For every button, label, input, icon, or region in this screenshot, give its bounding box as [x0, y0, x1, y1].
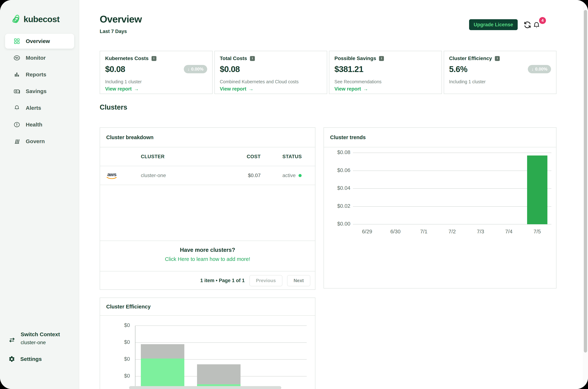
- info-icon[interactable]: i: [250, 56, 255, 61]
- cluster-status: active: [261, 173, 315, 178]
- add-clusters-promo: Have more clusters? Click Here to learn …: [100, 241, 315, 271]
- sidebar-item-alerts[interactable]: Alerts: [5, 100, 74, 115]
- govern-icon: [13, 138, 20, 145]
- sidebar-item-overview[interactable]: Overview: [5, 34, 74, 49]
- efficiency-bar-used: [141, 358, 184, 386]
- view-report-link[interactable]: View report→: [105, 86, 207, 92]
- arrow-down-icon: ↓: [187, 66, 190, 72]
- y-axis-tick: $0.04: [324, 185, 350, 191]
- cluster-efficiency-card: Cluster Efficiency $0$0$0$0: [100, 297, 315, 389]
- stat-label: Total Costs: [220, 56, 247, 61]
- next-page-button[interactable]: Next: [287, 275, 310, 286]
- info-icon[interactable]: i: [152, 56, 156, 61]
- refresh-icon[interactable]: [523, 21, 532, 29]
- pagination-summary: 1 item • Page 1 of 1: [200, 278, 245, 283]
- gridline: [353, 153, 551, 153]
- notifications-bell-icon[interactable]: [532, 21, 540, 29]
- view-report-link[interactable]: View report→: [220, 86, 322, 92]
- stat-label: Possible Savings: [335, 56, 376, 61]
- stat-subtext: Including 1 cluster: [105, 79, 207, 84]
- gridline: [353, 170, 551, 171]
- sidebar-item-savings[interactable]: Savings: [5, 84, 74, 99]
- kubecost-logo-icon: [12, 14, 21, 24]
- upgrade-license-button[interactable]: Upgrade License: [469, 19, 518, 30]
- scrollbar-thumb[interactable]: [584, 10, 587, 353]
- sidebar: kubecost Overview Mo: [0, 0, 79, 389]
- column-cost: COST: [214, 154, 261, 160]
- column-status: STATUS: [261, 154, 315, 160]
- efficiency-bar-total: [197, 364, 241, 386]
- column-cluster: CLUSTER: [141, 154, 214, 160]
- table-pagination: 1 item • Page 1 of 1 Previous Next: [100, 271, 315, 290]
- sidebar-item-govern[interactable]: Govern: [5, 134, 74, 149]
- y-axis-tick: $0: [100, 322, 130, 328]
- change-pill: ↓ 0.00%: [528, 65, 551, 73]
- grid-icon: [13, 38, 20, 45]
- stat-subtext: See Recommendations: [335, 79, 436, 84]
- table-empty-space: [100, 185, 315, 241]
- gridline: [353, 188, 551, 189]
- sidebar-item-health[interactable]: Health: [5, 117, 74, 132]
- sidebar-item-settings[interactable]: Settings: [8, 356, 42, 362]
- cluster-name: cluster-one: [141, 173, 214, 178]
- x-axis-tick: 6/29: [354, 228, 380, 235]
- cluster-trends-chart: $0.00$0.02$0.04$0.06$0.086/296/307/17/27…: [324, 148, 556, 288]
- aws-logo: aws: [106, 172, 118, 179]
- y-axis-tick: $0.02: [324, 203, 350, 209]
- y-axis-tick: $0: [100, 356, 130, 362]
- chart-horizontal-scrollbar: [129, 386, 281, 389]
- arrow-right-icon: →: [363, 86, 368, 92]
- gridline: [135, 325, 307, 326]
- cash-icon: [13, 88, 20, 95]
- x-axis-tick: 7/2: [440, 228, 465, 235]
- y-axis-tick: $0.00: [324, 221, 350, 227]
- sidebar-nav: Overview Monitor: [5, 34, 74, 151]
- stat-value: 5.6%: [449, 64, 468, 74]
- y-axis-line: [135, 326, 135, 389]
- gridline: [353, 224, 551, 225]
- card-title: Cluster Efficiency: [106, 304, 151, 310]
- info-icon[interactable]: i: [379, 56, 384, 61]
- clusters-heading: Clusters: [100, 103, 127, 111]
- stat-card-kubernetes-costs: Kubernetes Costs i $0.08 ↓ 0.00% Includi…: [100, 51, 213, 94]
- stat-label: Kubernetes Costs: [105, 56, 149, 61]
- change-pill: ↓ 0.00%: [184, 65, 207, 73]
- swap-arrows-icon: [8, 337, 16, 345]
- stat-label: Cluster Efficiency: [449, 56, 492, 61]
- info-icon[interactable]: i: [495, 56, 500, 61]
- stat-value: $381.21: [335, 64, 363, 74]
- arrow-right-icon: →: [249, 86, 253, 92]
- x-axis-tick: 7/3: [468, 228, 493, 235]
- add-clusters-link[interactable]: Click Here to learn how to add more!: [100, 256, 315, 262]
- kubecost-logo[interactable]: kubecost: [12, 14, 59, 24]
- trend-bar: [527, 156, 547, 224]
- x-axis-tick: 7/5: [525, 228, 550, 235]
- y-axis-tick: $0: [100, 339, 130, 345]
- previous-page-button[interactable]: Previous: [250, 275, 282, 286]
- alert-circle-icon: [13, 121, 20, 128]
- stat-value: $0.08: [105, 64, 125, 74]
- x-axis-tick: 7/4: [496, 228, 522, 235]
- switch-context-label: Switch Context: [21, 331, 60, 337]
- stat-card-total-costs: Total Costs i $0.08 Combined Kubernetes …: [214, 51, 327, 94]
- stat-subtext: Combined Kubernetes and Cloud costs: [220, 79, 322, 84]
- stat-card-possible-savings: Possible Savings i $381.21 See Recommend…: [329, 51, 442, 94]
- cluster-trends-card: Cluster trends $0.00$0.02$0.04$0.06$0.08…: [324, 127, 557, 289]
- gridline: [135, 342, 307, 343]
- cluster-cost: $0.07: [214, 173, 261, 178]
- cluster-breakdown-card: Cluster breakdown CLUSTER COST STATUS aw…: [100, 127, 315, 290]
- date-range-label: Last 7 Days: [100, 29, 127, 34]
- switch-context[interactable]: Switch Context cluster-one: [8, 331, 60, 345]
- table-row[interactable]: aws cluster-one $0.07 active: [100, 166, 315, 185]
- main-content: Overview Last 7 Days Upgrade License 4 K…: [80, 0, 588, 389]
- arrow-right-icon: →: [134, 86, 139, 92]
- bar-chart-icon: [13, 71, 20, 78]
- sidebar-item-reports[interactable]: Reports: [5, 67, 74, 82]
- sidebar-item-monitor[interactable]: Monitor: [5, 50, 74, 65]
- page-title: Overview: [100, 13, 142, 25]
- stats-row: Kubernetes Costs i $0.08 ↓ 0.00% Includi…: [100, 51, 557, 94]
- card-title: Cluster breakdown: [106, 134, 154, 140]
- gridline: [353, 206, 551, 207]
- y-axis-tick: $0: [100, 373, 130, 379]
- view-report-link[interactable]: View report→: [335, 86, 436, 92]
